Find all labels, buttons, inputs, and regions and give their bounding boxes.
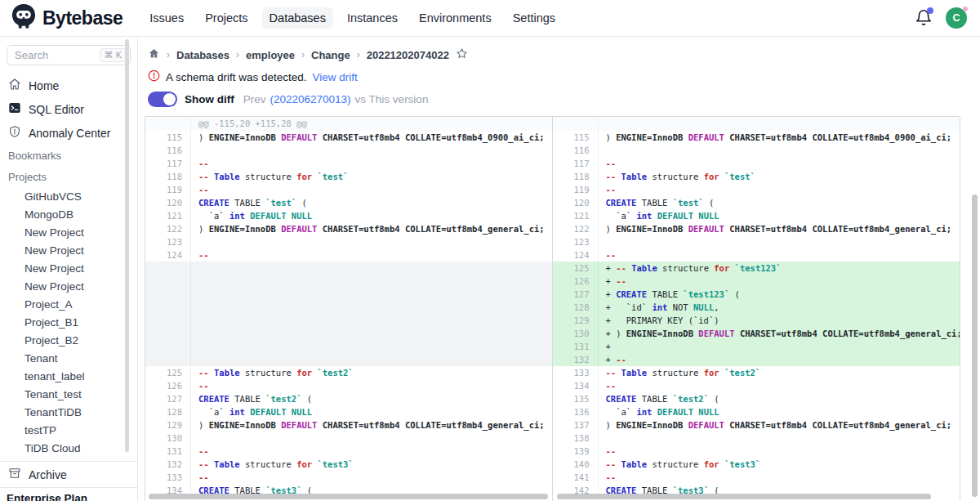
code-text: [191, 262, 552, 366]
project-item-new-project[interactable]: New Project: [0, 259, 137, 277]
line-number: 130: [553, 327, 599, 340]
search-placeholder: Search: [15, 49, 100, 61]
star-icon[interactable]: [456, 47, 468, 62]
app-root: Bytebase IssuesProjectsDatabasesInstance…: [0, 0, 980, 501]
diff-line: 120CREATE TABLE `test` (: [145, 196, 552, 209]
code-text: -- Table structure for `test2`: [599, 366, 960, 379]
project-item-new-project[interactable]: New Project: [0, 241, 137, 259]
line-number: 125: [553, 262, 599, 275]
project-item-tenant-test[interactable]: Tenant_test: [0, 385, 137, 403]
code-text: --: [191, 379, 552, 392]
breadcrumb-employee[interactable]: employee: [246, 49, 295, 61]
page-vertical-scrollbar[interactable]: [972, 195, 978, 497]
home-icon[interactable]: [148, 47, 160, 62]
nav-item-environments[interactable]: Environments: [412, 7, 499, 29]
sidebar-item-archive[interactable]: Archive: [0, 462, 137, 487]
code-text: [599, 432, 960, 445]
diff-line: 129+ PRIMARY KEY (`id`): [553, 314, 960, 327]
alert-circle-icon: [148, 69, 160, 84]
diff-line: 136 `a` int DEFAULT NULL: [553, 405, 960, 418]
diff-line: 118-- Table structure for `test`: [145, 170, 552, 183]
sidebar-item-anomaly-center[interactable]: Anomaly Center: [0, 121, 137, 145]
project-item-project-a[interactable]: Project_A: [0, 295, 137, 313]
line-number: 125: [145, 366, 191, 379]
breadcrumb-databases[interactable]: Databases: [176, 49, 229, 61]
notifications-button[interactable]: [915, 9, 933, 27]
sidebar-item-label: Home: [29, 79, 59, 92]
bytebase-logo[interactable]: Bytebase: [11, 3, 122, 33]
diff-line: 123: [145, 235, 552, 248]
line-number: 127: [553, 288, 599, 301]
diff-line: 127CREATE TABLE `test2` (: [145, 392, 552, 405]
line-number: 120: [145, 196, 191, 209]
project-item-project-b1[interactable]: Project_B1: [0, 313, 137, 331]
sidebar-scrollbar[interactable]: [125, 39, 129, 452]
code-text: -- Table structure for `test`: [599, 170, 960, 183]
line-number: 133: [553, 366, 599, 379]
line-number: 124: [145, 248, 191, 262]
sidebar-item-sql-editor[interactable]: SQL Editor: [0, 97, 137, 121]
top-navbar: Bytebase IssuesProjectsDatabasesInstance…: [0, 0, 980, 37]
nav-item-databases[interactable]: Databases: [262, 7, 333, 29]
project-item-new-project[interactable]: New Project: [0, 223, 137, 241]
code-text: `a` int DEFAULT NULL: [599, 209, 960, 222]
diff-line: 140-- Table structure for `test3`: [553, 458, 960, 471]
project-item-tidb-cloud[interactable]: TiDB Cloud: [0, 439, 137, 457]
project-item-tenant-label[interactable]: tenant_label: [0, 367, 137, 385]
right-pane-horizontal-scrollbar[interactable]: [557, 494, 932, 499]
diff-line: 128 `a` int DEFAULT NULL: [145, 405, 552, 418]
breadcrumb-version[interactable]: 20221202074022: [367, 49, 449, 61]
search-input[interactable]: Search ⌘ K: [7, 45, 131, 65]
diff-panel: @@ -115,20 +115,28 @@115) ENGINE=InnoDB …: [145, 116, 960, 501]
line-number: 123: [553, 235, 599, 248]
line-number: [145, 262, 191, 366]
diff-line: 124--: [553, 248, 960, 262]
nav-item-settings[interactable]: Settings: [506, 7, 563, 29]
left-pane-horizontal-scrollbar[interactable]: [149, 494, 548, 499]
avatar-status-dot: [963, 7, 968, 11]
project-item-project-b2[interactable]: Project_B2: [0, 331, 137, 349]
prev-version-link[interactable]: (202206270013): [270, 93, 351, 105]
avatar[interactable]: C: [946, 7, 967, 29]
line-number: 119: [553, 183, 599, 196]
project-item-tenant[interactable]: Tenant: [0, 349, 137, 367]
diff-line: 116: [553, 144, 960, 157]
code-text: [191, 432, 552, 445]
code-text: -- Table structure for `test2`: [191, 366, 552, 379]
line-number: 120: [553, 196, 599, 209]
line-number: 121: [553, 209, 599, 222]
code-text: [599, 144, 960, 157]
project-item-testtp[interactable]: testTP: [0, 421, 137, 439]
show-diff-toggle[interactable]: [148, 92, 177, 107]
project-item-new-project[interactable]: New Project: [0, 277, 137, 295]
code-text: ) ENGINE=InnoDB DEFAULT CHARSET=utf8mb4 …: [191, 418, 552, 432]
line-number: 115: [145, 131, 191, 144]
line-number: 133: [145, 471, 191, 484]
project-item-tenanttidb[interactable]: TenantTiDB: [0, 403, 137, 421]
nav-item-issues[interactable]: Issues: [142, 7, 191, 29]
diff-line: 124--: [145, 248, 552, 262]
projects-section-label: Projects: [0, 166, 137, 187]
project-item-mongodb[interactable]: MongoDB: [0, 205, 137, 223]
line-number: 122: [553, 222, 599, 235]
line-number: 132: [145, 458, 191, 471]
breadcrumb-change[interactable]: Change: [311, 49, 350, 61]
nav-item-instances[interactable]: Instances: [340, 7, 405, 29]
code-text: ) ENGINE=InnoDB DEFAULT CHARSET=utf8mb4 …: [191, 131, 552, 144]
code-text: --: [191, 471, 552, 484]
view-drift-link[interactable]: View drift: [313, 71, 358, 83]
line-number: 121: [145, 209, 191, 222]
diff-line: 126+ --: [553, 275, 960, 288]
sidebar-item-bookmarks[interactable]: Bookmarks: [0, 145, 137, 166]
vs-label: vs This version: [355, 93, 429, 105]
code-text: --: [599, 445, 960, 458]
sidebar-item-label: Anomaly Center: [29, 127, 110, 140]
line-number: 130: [145, 432, 191, 445]
code-text: ) ENGINE=InnoDB DEFAULT CHARSET=utf8mb4 …: [599, 131, 960, 144]
code-text: -- Table structure for `test3`: [599, 458, 960, 471]
diff-line: 139--: [553, 445, 960, 458]
nav-item-projects[interactable]: Projects: [198, 7, 255, 29]
sidebar-item-home[interactable]: Home: [0, 74, 137, 97]
sidebar: Search ⌘ K HomeSQL EditorAnomaly Center …: [0, 37, 137, 501]
project-item-githubvcs[interactable]: GitHubVCS: [0, 187, 137, 205]
